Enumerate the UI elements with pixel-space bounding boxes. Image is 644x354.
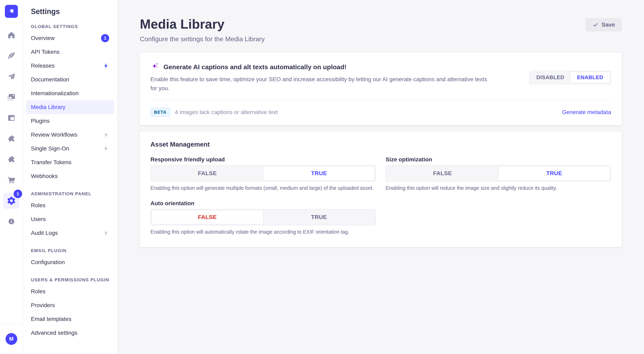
ai-card-title: Generate AI captions and alt texts autom…	[164, 63, 346, 71]
section-label: EMAIL PLUGIN	[31, 248, 114, 253]
sidebar-item[interactable]: Internationalization	[26, 86, 114, 100]
sidebar-item[interactable]: Media Library	[26, 100, 114, 114]
sidebar-item-label: Plugins	[31, 118, 50, 124]
ai-captions-card: Generate AI captions and alt texts autom…	[140, 53, 622, 125]
lightning-icon	[103, 63, 109, 69]
lightning-icon	[103, 230, 109, 236]
sidebar-item-label: Transfer Tokens	[31, 159, 71, 166]
asset-fields-grid: Responsive friendly upload FALSE TRUE En…	[150, 156, 611, 236]
sidebar-item[interactable]: Advanced settings	[26, 326, 114, 340]
field-hint: Enabling this option will automatically …	[150, 228, 376, 236]
home-icon	[7, 31, 16, 39]
sidebar-item-label: Internationalization	[31, 90, 79, 97]
sidebar-item[interactable]: Review Workflows	[26, 128, 114, 142]
save-button-label: Save	[602, 21, 615, 28]
sidebar-item[interactable]: API Tokens	[26, 45, 114, 59]
sidebar-item[interactable]: Users	[26, 212, 114, 226]
field-label: Auto orientation	[150, 200, 376, 207]
sidebar-item[interactable]: Configuration	[26, 255, 114, 269]
boolean-toggle[interactable]: FALSE TRUE	[150, 209, 376, 225]
section-label: USERS & PERMISSIONS PLUGIN	[31, 277, 114, 283]
main-nav-rail: 1 M	[0, 0, 23, 354]
boolean-toggle[interactable]: FALSE TRUE	[386, 165, 611, 181]
settings-nav-section: ADMINISTRATION PANEL Roles Users	[26, 191, 114, 240]
asset-management-card: Asset Management Responsive friendly upl…	[140, 131, 622, 247]
puzzle-plus-icon	[7, 155, 16, 164]
strapi-logo[interactable]	[5, 5, 18, 18]
user-avatar[interactable]: M	[6, 333, 17, 345]
toggle-option-true[interactable]: TRUE	[498, 166, 610, 180]
pictures-icon	[7, 93, 16, 102]
field-label: Responsive friendly upload	[150, 156, 376, 163]
sidebar-item[interactable]: Documentation	[26, 73, 114, 86]
settings-sidebar: Settings GLOBAL SETTINGS Overview 1	[23, 0, 118, 354]
settings-nav-section: USERS & PERMISSIONS PLUGIN Roles Provide…	[26, 277, 114, 340]
sidebar-item[interactable]: Audit Logs	[26, 226, 114, 240]
asset-management-title: Asset Management	[150, 141, 611, 148]
settings-field: Auto orientation FALSE TRUE Enabling thi…	[150, 200, 376, 236]
toggle-option-false[interactable]: FALSE	[152, 166, 263, 180]
releases-nav-button[interactable]	[0, 66, 23, 87]
sidebar-item[interactable]: Providers	[26, 298, 114, 312]
purchase-nav-button[interactable]	[0, 170, 23, 190]
sidebar-item[interactable]: Transfer Tokens	[26, 156, 114, 169]
sidebar-item-label: Advanced settings	[31, 330, 78, 336]
settings-nav-section: EMAIL PLUGIN Configuration	[26, 248, 114, 269]
lightning-icon	[103, 146, 109, 152]
layout-icon	[7, 114, 16, 122]
sidebar-item-label: Media Library	[31, 104, 66, 110]
save-button[interactable]: Save	[586, 18, 622, 31]
sidebar-item[interactable]: Roles	[26, 285, 114, 298]
sidebar-item[interactable]: Overview 1	[26, 31, 114, 45]
sidebar-item-label: Email templates	[31, 316, 71, 322]
content-type-builder-nav-button[interactable]	[0, 108, 23, 128]
sidebar-item-label: Providers	[31, 302, 55, 309]
main-content: Media Library Configure the settings for…	[118, 0, 644, 354]
sidebar-item[interactable]: Roles	[26, 198, 114, 212]
ai-enabled-toggle[interactable]: DISABLED ENABLED	[529, 71, 611, 84]
settings-active-highlight: 1	[4, 193, 19, 209]
sidebar-item-label: API Tokens	[31, 49, 60, 55]
field-hint: Enabling this option will generate multi…	[150, 184, 376, 192]
content-manager-nav-button[interactable]	[0, 45, 23, 66]
gear-icon	[7, 196, 16, 205]
toggle-option-true[interactable]: TRUE	[263, 210, 375, 224]
sparkle-icon	[150, 62, 159, 72]
generate-metadata-link[interactable]: Generate metadata	[562, 109, 611, 116]
settings-nav-list: GLOBAL SETTINGS Overview 1 API Tokens	[23, 24, 117, 340]
ai-card-top: Generate AI captions and alt texts autom…	[140, 53, 622, 101]
boolean-toggle[interactable]: FALSE TRUE	[150, 165, 376, 181]
settings-field: Size optimization FALSE TRUE Enabling th…	[386, 156, 611, 192]
sidebar-item-label: Audit Logs	[31, 230, 58, 236]
sidebar-item-label: Single Sign-On	[31, 145, 69, 152]
settings-nav-button[interactable]: 1	[0, 190, 23, 211]
media-library-nav-button[interactable]	[0, 87, 23, 108]
puzzle-icon	[7, 134, 16, 143]
sidebar-item[interactable]: Releases	[26, 59, 114, 73]
sidebar-item[interactable]: Single Sign-On	[26, 142, 114, 156]
settings-notification-badge: 1	[14, 189, 22, 198]
sidebar-item[interactable]: Webhooks	[26, 169, 114, 183]
toggle-option-false[interactable]: FALSE	[152, 210, 263, 224]
lightning-icon	[103, 132, 109, 138]
check-icon	[592, 22, 598, 28]
sidebar-item-label: Users	[31, 216, 46, 222]
sidebar-item-label: Releases	[31, 62, 55, 69]
toggle-option-false[interactable]: FALSE	[387, 166, 498, 180]
sidebar-item[interactable]: Plugins	[26, 114, 114, 128]
settings-title: Settings	[31, 7, 109, 16]
toggle-option-enabled[interactable]: ENABLED	[570, 72, 610, 83]
info-nav-button[interactable]	[0, 211, 23, 232]
sidebar-item[interactable]: Email templates	[26, 312, 114, 326]
toggle-option-true[interactable]: TRUE	[263, 166, 375, 180]
home-nav-button[interactable]	[0, 25, 23, 45]
beta-badge: BETA	[150, 108, 170, 117]
field-label: Size optimization	[386, 156, 611, 163]
plugins-nav-button[interactable]	[0, 128, 23, 149]
section-items: Configuration	[26, 255, 114, 269]
rail-logo-area	[0, 0, 22, 23]
sidebar-item-label: Configuration	[31, 259, 65, 266]
toggle-option-disabled[interactable]: DISABLED	[530, 72, 570, 83]
sidebar-item-label: Review Workflows	[31, 132, 77, 138]
marketplace-nav-button[interactable]	[0, 149, 23, 170]
